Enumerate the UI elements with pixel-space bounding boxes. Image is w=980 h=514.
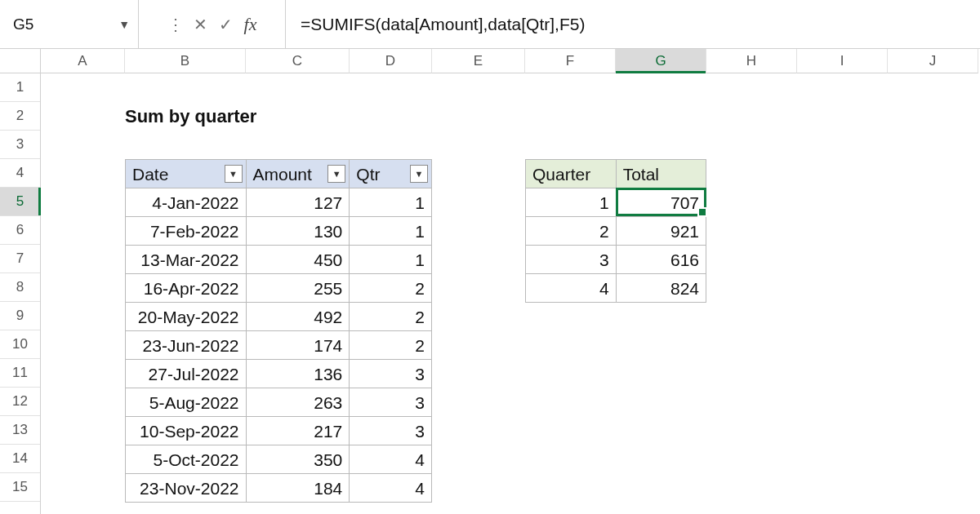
cancel-formula-icon[interactable]: ✕ bbox=[194, 15, 207, 34]
filter-button[interactable]: ▼ bbox=[410, 165, 428, 183]
cell[interactable]: 616 bbox=[616, 246, 706, 274]
data-table-header-qtr[interactable]: Qtr ▼ bbox=[350, 160, 432, 188]
row-header-1[interactable]: 1 bbox=[0, 73, 40, 102]
cell[interactable]: 2 bbox=[526, 217, 617, 246]
cell[interactable]: 4-Jan-2022 bbox=[126, 188, 247, 217]
column-header-G[interactable]: G bbox=[616, 49, 706, 73]
cell[interactable]: 4 bbox=[350, 474, 432, 503]
more-icon[interactable]: ⋮ bbox=[167, 15, 182, 34]
cell[interactable]: 5-Aug-2022 bbox=[126, 388, 247, 417]
cell[interactable]: 4 bbox=[350, 445, 432, 474]
row-header-11[interactable]: 11 bbox=[0, 359, 40, 388]
cell[interactable]: 7-Feb-2022 bbox=[126, 217, 247, 246]
row-header-2[interactable]: 2 bbox=[0, 102, 40, 131]
cell[interactable]: 824 bbox=[616, 274, 706, 303]
table-row[interactable]: 20-May-20224922 bbox=[126, 303, 432, 331]
table-row[interactable]: 13-Mar-20224501 bbox=[126, 246, 432, 274]
cell[interactable]: 10-Sep-2022 bbox=[126, 417, 247, 445]
cell[interactable]: 1 bbox=[526, 188, 617, 217]
column-header-H[interactable]: H bbox=[706, 49, 797, 73]
fx-icon[interactable]: fx bbox=[244, 14, 257, 35]
table-row[interactable]: 27-Jul-20221363 bbox=[126, 360, 432, 388]
row-header-10[interactable]: 10 bbox=[0, 330, 40, 359]
cell[interactable]: 23-Jun-2022 bbox=[126, 331, 247, 360]
cell[interactable]: 23-Nov-2022 bbox=[126, 474, 247, 503]
cell[interactable]: 255 bbox=[246, 274, 350, 303]
cell[interactable]: 5-Oct-2022 bbox=[126, 445, 247, 474]
cell[interactable]: 350 bbox=[246, 445, 350, 474]
cell[interactable]: 1 bbox=[350, 246, 432, 274]
cell[interactable]: 27-Jul-2022 bbox=[126, 360, 247, 388]
table-row[interactable]: 16-Apr-20222552 bbox=[126, 274, 432, 303]
summary-header-total[interactable]: Total bbox=[616, 160, 706, 188]
table-row[interactable]: 3616 bbox=[526, 246, 706, 274]
data-table-header-amount[interactable]: Amount ▼ bbox=[246, 160, 350, 188]
cell[interactable]: 2 bbox=[350, 331, 432, 360]
cell[interactable]: 2 bbox=[350, 303, 432, 331]
table-row[interactable]: 5-Oct-20223504 bbox=[126, 445, 432, 474]
row-header-4[interactable]: 4 bbox=[0, 159, 40, 188]
table-row[interactable]: 5-Aug-20222633 bbox=[126, 388, 432, 417]
cell[interactable]: 20-May-2022 bbox=[126, 303, 247, 331]
row-header-16[interactable] bbox=[0, 502, 40, 514]
cell[interactable]: 174 bbox=[246, 331, 350, 360]
table-row[interactable]: 10-Sep-20222173 bbox=[126, 417, 432, 445]
cell[interactable]: 184 bbox=[246, 474, 350, 503]
cell[interactable]: 3 bbox=[350, 360, 432, 388]
accept-formula-icon[interactable]: ✓ bbox=[219, 15, 233, 34]
name-box[interactable]: G5 ▼ bbox=[0, 0, 139, 49]
cell[interactable]: 13-Mar-2022 bbox=[126, 246, 247, 274]
column-header-J[interactable]: J bbox=[888, 49, 978, 73]
row-header-5[interactable]: 5 bbox=[0, 188, 40, 216]
row-header-12[interactable]: 12 bbox=[0, 388, 40, 416]
cell[interactable]: 492 bbox=[246, 303, 350, 331]
row-header-8[interactable]: 8 bbox=[0, 273, 40, 302]
worksheet-area[interactable]: Sum by quarter Date ▼ Amount ▼ Qtr ▼ bbox=[41, 73, 980, 514]
column-header-A[interactable]: A bbox=[41, 49, 125, 73]
row-header-15[interactable]: 15 bbox=[0, 473, 40, 502]
cell[interactable]: 1 bbox=[350, 217, 432, 246]
row-header-7[interactable]: 7 bbox=[0, 245, 40, 273]
select-all-corner[interactable] bbox=[0, 49, 41, 73]
filter-button[interactable]: ▼ bbox=[327, 165, 345, 183]
column-header-I[interactable]: I bbox=[797, 49, 888, 73]
table-row[interactable]: 7-Feb-20221301 bbox=[126, 217, 432, 246]
row-header-14[interactable]: 14 bbox=[0, 445, 40, 473]
row-header-3[interactable]: 3 bbox=[0, 131, 40, 159]
filter-button[interactable]: ▼ bbox=[225, 165, 243, 183]
cell[interactable]: 263 bbox=[246, 388, 350, 417]
column-header-D[interactable]: D bbox=[350, 49, 432, 73]
cell[interactable]: 217 bbox=[246, 417, 350, 445]
table-row[interactable]: 2921 bbox=[526, 217, 706, 246]
row-header-9[interactable]: 9 bbox=[0, 302, 40, 330]
table-row[interactable]: 1707 bbox=[526, 188, 706, 217]
cell[interactable]: 3 bbox=[526, 246, 617, 274]
chevron-down-icon[interactable]: ▼ bbox=[118, 18, 130, 31]
data-table-header-date[interactable]: Date ▼ bbox=[126, 160, 247, 188]
cell[interactable]: 136 bbox=[246, 360, 350, 388]
table-row[interactable]: 23-Jun-20221742 bbox=[126, 331, 432, 360]
column-header-F[interactable]: F bbox=[525, 49, 616, 73]
cell[interactable]: 130 bbox=[246, 217, 350, 246]
column-header-E[interactable]: E bbox=[432, 49, 525, 73]
table-row[interactable]: 4-Jan-20221271 bbox=[126, 188, 432, 217]
table-row[interactable]: 4824 bbox=[526, 274, 706, 303]
cell[interactable]: 707 bbox=[616, 188, 706, 217]
cell[interactable]: 1 bbox=[350, 188, 432, 217]
cell[interactable]: 2 bbox=[350, 274, 432, 303]
formula-input[interactable]: =SUMIFS(data[Amount],data[Qtr],F5) bbox=[286, 0, 980, 49]
row-header-6[interactable]: 6 bbox=[0, 216, 40, 245]
table-row[interactable]: 23-Nov-20221844 bbox=[126, 474, 432, 503]
cell[interactable]: 3 bbox=[350, 388, 432, 417]
column-header-B[interactable]: B bbox=[125, 49, 246, 73]
column-header-C[interactable]: C bbox=[246, 49, 350, 73]
cell[interactable]: 4 bbox=[526, 274, 617, 303]
row-header-13[interactable]: 13 bbox=[0, 416, 40, 445]
cell[interactable]: 450 bbox=[246, 246, 350, 274]
cell[interactable]: 921 bbox=[616, 217, 706, 246]
header-label: Date bbox=[132, 165, 168, 184]
summary-header-quarter[interactable]: Quarter bbox=[526, 160, 617, 188]
cell[interactable]: 127 bbox=[246, 188, 350, 217]
cell[interactable]: 3 bbox=[350, 417, 432, 445]
cell[interactable]: 16-Apr-2022 bbox=[126, 274, 247, 303]
